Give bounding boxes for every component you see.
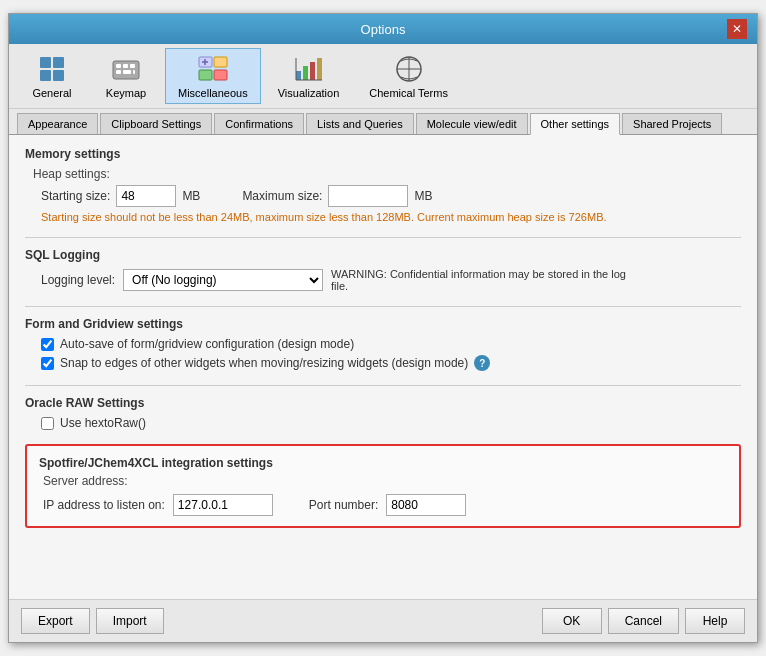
general-icon [36, 53, 68, 85]
spotfire-section: Spotfire/JChem4XCL integration settings … [25, 444, 741, 528]
tab-shared[interactable]: Shared Projects [622, 113, 722, 134]
separator-1 [25, 237, 741, 238]
footer: Export Import OK Cancel Help [9, 599, 757, 642]
sql-logging-row: Logging level: Off (No logging) Error Wa… [41, 268, 741, 292]
tab-appearance[interactable]: Appearance [17, 113, 98, 134]
mb-label1: MB [182, 189, 200, 203]
spotfire-title: Spotfire/JChem4XCL integration settings [39, 456, 727, 470]
svg-rect-19 [310, 62, 315, 80]
tab-other[interactable]: Other settings [530, 113, 620, 135]
svg-rect-2 [40, 70, 51, 81]
toolbar-miscellaneous-label: Miscellaneous [178, 87, 248, 99]
keymap-icon [110, 53, 142, 85]
heap-settings-label: Heap settings: [33, 167, 741, 181]
logging-level-select[interactable]: Off (No logging) Error Warning Info Debu… [123, 269, 323, 291]
form-settings-section: Form and Gridview settings Auto-save of … [25, 317, 741, 371]
import-button[interactable]: Import [96, 608, 164, 634]
separator-3 [25, 385, 741, 386]
autosave-checkbox[interactable] [41, 338, 54, 351]
svg-rect-3 [53, 70, 64, 81]
svg-rect-10 [133, 70, 135, 74]
snap-help-icon[interactable]: ? [474, 355, 490, 371]
footer-right: OK Cancel Help [542, 608, 745, 634]
main-window: Options ✕ General [8, 13, 758, 643]
snap-label: Snap to edges of other widgets when movi… [60, 356, 468, 370]
svg-rect-12 [214, 57, 227, 67]
toolbar-chemical-terms-label: Chemical Terms [369, 87, 448, 99]
svg-rect-8 [116, 70, 121, 74]
sql-warning: WARNING: Confidential information may be… [331, 268, 631, 292]
spotfire-ip-row: IP address to listen on: Port number: [43, 494, 727, 516]
starting-size-input[interactable] [116, 185, 176, 207]
ip-label: IP address to listen on: [43, 498, 165, 512]
form-settings-title: Form and Gridview settings [25, 317, 741, 331]
svg-rect-6 [123, 64, 128, 68]
tab-molecule[interactable]: Molecule view/edit [416, 113, 528, 134]
snap-checkbox[interactable] [41, 357, 54, 370]
svg-rect-20 [317, 58, 322, 80]
toolbar-general-label: General [32, 87, 71, 99]
svg-rect-1 [53, 57, 64, 68]
svg-rect-5 [116, 64, 121, 68]
tab-confirmations[interactable]: Confirmations [214, 113, 304, 134]
tab-clipboard[interactable]: Clipboard Settings [100, 113, 212, 134]
hexto-label: Use hextoRaw() [60, 416, 146, 430]
toolbar-keymap-label: Keymap [106, 87, 146, 99]
toolbar-item-miscellaneous[interactable]: Miscellaneous [165, 48, 261, 104]
toolbar-item-visualization[interactable]: Visualization [265, 48, 353, 104]
starting-label: Starting size: [41, 189, 110, 203]
maximum-size-input[interactable] [328, 185, 408, 207]
tab-lists[interactable]: Lists and Queries [306, 113, 414, 134]
title-bar: Options ✕ [9, 14, 757, 44]
svg-rect-18 [303, 66, 308, 80]
toolbar-item-chemical-terms[interactable]: Chemical Terms [356, 48, 461, 104]
mb-label2: MB [414, 189, 432, 203]
content-area: Memory settings Heap settings: Starting … [9, 135, 757, 599]
chemical-terms-icon [393, 53, 425, 85]
export-button[interactable]: Export [21, 608, 90, 634]
port-input[interactable] [386, 494, 466, 516]
close-button[interactable]: ✕ [727, 19, 747, 39]
toolbar: General Keymap [9, 44, 757, 109]
snap-row: Snap to edges of other widgets when movi… [41, 355, 741, 371]
footer-left: Export Import [21, 608, 164, 634]
window-title: Options [39, 22, 727, 37]
toolbar-item-general[interactable]: General [17, 48, 87, 104]
svg-rect-9 [123, 70, 131, 74]
svg-rect-14 [214, 70, 227, 80]
tabs-row: Appearance Clipboard Settings Confirmati… [9, 109, 757, 135]
svg-rect-7 [130, 64, 135, 68]
memory-settings-title: Memory settings [25, 147, 741, 161]
oracle-raw-title: Oracle RAW Settings [25, 396, 741, 410]
toolbar-visualization-label: Visualization [278, 87, 340, 99]
svg-rect-0 [40, 57, 51, 68]
maximum-label: Maximum size: [242, 189, 322, 203]
separator-2 [25, 306, 741, 307]
visualization-icon [292, 53, 324, 85]
heap-warning: Starting size should not be less than 24… [41, 211, 741, 223]
oracle-raw-section: Oracle RAW Settings Use hextoRaw() [25, 396, 741, 430]
memory-settings-section: Memory settings Heap settings: Starting … [25, 147, 741, 223]
cancel-button[interactable]: Cancel [608, 608, 679, 634]
autosave-row: Auto-save of form/gridview configuration… [41, 337, 741, 351]
ip-address-input[interactable] [173, 494, 273, 516]
autosave-label: Auto-save of form/gridview configuration… [60, 337, 354, 351]
port-label: Port number: [309, 498, 378, 512]
miscellaneous-icon [197, 53, 229, 85]
server-address-label: Server address: [43, 474, 727, 488]
hexto-checkbox[interactable] [41, 417, 54, 430]
hexto-row: Use hextoRaw() [41, 416, 741, 430]
toolbar-item-keymap[interactable]: Keymap [91, 48, 161, 104]
heap-row: Starting size: MB Maximum size: MB [41, 185, 741, 207]
help-button[interactable]: Help [685, 608, 745, 634]
sql-logging-section: SQL Logging Logging level: Off (No loggi… [25, 248, 741, 292]
logging-level-label: Logging level: [41, 273, 115, 287]
sql-logging-title: SQL Logging [25, 248, 741, 262]
svg-rect-17 [296, 71, 301, 80]
ok-button[interactable]: OK [542, 608, 602, 634]
svg-rect-13 [199, 70, 212, 80]
